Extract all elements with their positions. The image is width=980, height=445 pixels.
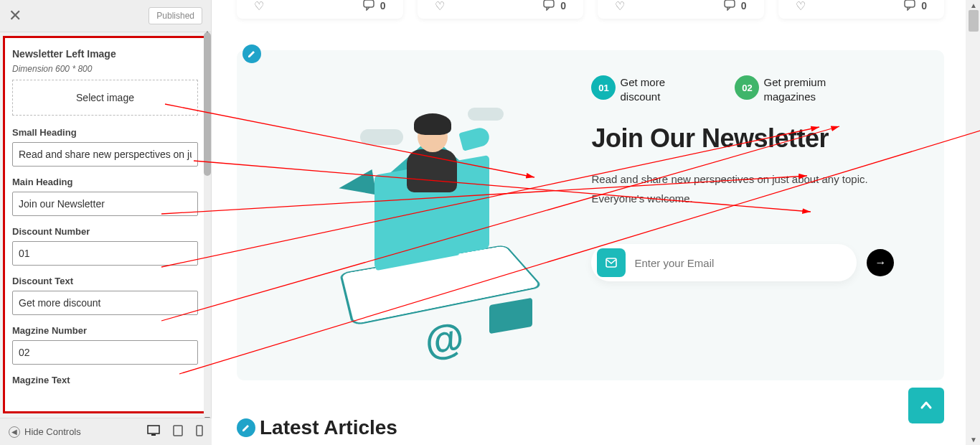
heart-icon[interactable]: ♡ (435, 0, 445, 13)
comment-icon (724, 0, 737, 13)
back-to-top-button[interactable] (908, 388, 944, 423)
email-form-row: → (591, 244, 923, 281)
illustration-graphic: @ (281, 93, 554, 337)
svg-rect-2 (174, 426, 182, 436)
magazine-badge-text: Get premium magazines (763, 75, 849, 103)
newsletter-content: 01 Get more discount 02 Get premium maga… (577, 72, 923, 359)
dimension-note: Dimension 600 * 800 (12, 64, 198, 74)
latest-articles-header: Latest Articles (237, 416, 397, 439)
svg-rect-0 (148, 426, 159, 434)
discount-text-input[interactable] (12, 291, 198, 315)
card-footer: ♡ 0 (418, 0, 584, 19)
comment-count-wrap[interactable]: 0 (363, 0, 386, 13)
hide-controls-button[interactable]: ◀ Hide Controls (9, 426, 81, 438)
svg-rect-6 (725, 0, 735, 7)
svg-rect-3 (197, 426, 202, 436)
email-icon (597, 248, 626, 277)
comment-count: 0 (921, 0, 927, 11)
published-button[interactable]: Published (149, 7, 202, 24)
send-button[interactable]: → (867, 249, 894, 276)
svg-rect-7 (905, 0, 915, 7)
main-heading-label: Main Heading (12, 177, 198, 187)
tablet-icon[interactable] (173, 425, 183, 439)
comment-icon (904, 0, 917, 13)
heart-icon[interactable]: ♡ (254, 0, 264, 13)
discount-text-label: Discount Text (12, 276, 198, 286)
svg-rect-4 (364, 0, 374, 7)
sidebar-scrollbar[interactable] (204, 32, 211, 420)
desktop-icon[interactable] (147, 425, 160, 439)
discount-badge-text: Get more discount (620, 75, 706, 103)
sidebar-scroll-thumb[interactable] (204, 32, 211, 176)
main-heading-input[interactable] (12, 192, 198, 216)
magazine-text-label: Magzine Text (12, 375, 198, 385)
post-cards-row: ♡ 0 ♡ 0 ♡ 0 (237, 0, 944, 19)
card-footer: ♡ 0 (778, 0, 945, 19)
comment-count: 0 (560, 0, 566, 11)
comment-icon (543, 0, 556, 13)
select-image-button[interactable]: Select image (12, 80, 198, 116)
newsletter-section: @ 01 Get more discount 02 Get premium ma… (237, 50, 944, 380)
device-switcher (147, 425, 203, 439)
comment-count: 0 (741, 0, 747, 11)
preview-frame: ♡ 0 ♡ 0 ♡ 0 (215, 0, 966, 445)
magazine-number-input[interactable] (12, 340, 198, 365)
scroll-thumb[interactable] (969, 10, 979, 32)
customizer-sidebar: ✕ Published Newsletter Left Image Dimens… (0, 0, 212, 445)
collapse-icon: ◀ (9, 426, 20, 438)
heart-icon[interactable]: ♡ (615, 0, 625, 13)
newsletter-illustration: @ (258, 72, 577, 359)
magazine-number-label: Magzine Number (12, 325, 198, 336)
discount-number-badge: 01 (591, 75, 616, 100)
magazine-badge-item: 02 Get premium magazines (735, 75, 849, 103)
small-heading-label: Small Heading (12, 127, 198, 138)
svg-rect-1 (151, 434, 156, 436)
hide-controls-label: Hide Controls (24, 426, 81, 437)
comment-count: 0 (380, 0, 386, 11)
scroll-arrow-down-icon[interactable]: ▼ (970, 436, 977, 444)
card-footer: ♡ 0 (598, 0, 764, 19)
newsletter-heading: Join Our Newsletter (591, 123, 923, 154)
close-icon[interactable]: ✕ (9, 6, 22, 25)
scroll-arrow-up-icon[interactable]: ▲ (970, 1, 977, 9)
main-scrollbar[interactable]: ▲ ▼ (966, 0, 980, 445)
email-input[interactable] (634, 257, 851, 269)
section-title: Newsletter Left Image (12, 48, 198, 60)
svg-rect-5 (544, 0, 554, 7)
discount-number-label: Discount Number (12, 226, 198, 237)
email-input-pill (591, 244, 857, 281)
mobile-icon[interactable] (196, 425, 203, 439)
magazine-number-badge: 02 (735, 75, 759, 100)
heart-icon[interactable]: ♡ (796, 0, 806, 13)
comment-icon (363, 0, 376, 13)
sidebar-footer: ◀ Hide Controls (0, 418, 212, 445)
newsletter-subheading: Read and share new perspectives on just … (591, 169, 892, 208)
sidebar-panel: Newsletter Left Image Dimension 600 * 80… (3, 36, 207, 413)
edit-section-icon[interactable] (242, 44, 261, 63)
card-footer: ♡ 0 (237, 0, 403, 19)
comment-count-wrap[interactable]: 0 (543, 0, 566, 13)
small-heading-input[interactable] (12, 142, 198, 167)
edit-section-icon[interactable] (237, 418, 255, 437)
badges-row: 01 Get more discount 02 Get premium maga… (591, 75, 923, 103)
comment-count-wrap[interactable]: 0 (904, 0, 927, 13)
sidebar-top-bar: ✕ Published (0, 0, 211, 32)
latest-articles-title: Latest Articles (260, 416, 397, 439)
comment-count-wrap[interactable]: 0 (724, 0, 747, 13)
discount-number-input[interactable] (12, 241, 198, 266)
discount-badge-item: 01 Get more discount (591, 75, 706, 103)
